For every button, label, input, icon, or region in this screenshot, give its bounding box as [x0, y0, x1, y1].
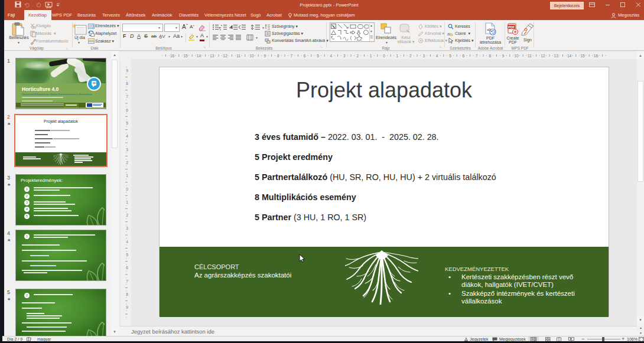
- svg-text:15: 15: [580, 54, 585, 58]
- svg-text:2: 2: [356, 54, 359, 58]
- svg-text:15: 15: [183, 54, 188, 58]
- svg-text:b: b: [450, 32, 453, 37]
- svg-text:5: 5: [317, 54, 319, 58]
- svg-text:7: 7: [126, 279, 128, 283]
- svg-text:12: 12: [223, 54, 228, 58]
- svg-text:14: 14: [567, 54, 572, 58]
- svg-text:4: 4: [126, 240, 128, 244]
- svg-text:4: 4: [330, 54, 333, 58]
- svg-text:3: 3: [343, 54, 346, 58]
- svg-text:3: 3: [126, 148, 128, 152]
- svg-text:5: 5: [449, 54, 451, 58]
- svg-text:13: 13: [210, 54, 214, 58]
- svg-text:6: 6: [463, 54, 465, 58]
- svg-text:9: 9: [264, 54, 266, 58]
- svg-text:16: 16: [170, 54, 175, 58]
- svg-text:11: 11: [236, 54, 240, 58]
- svg-text:PDF: PDF: [508, 25, 515, 29]
- svg-text:4: 4: [436, 54, 438, 58]
- svg-text:6: 6: [126, 108, 128, 112]
- svg-text:2: 2: [126, 161, 128, 165]
- svg-text:0: 0: [383, 54, 385, 58]
- svg-text:7: 7: [476, 54, 478, 58]
- svg-text:14: 14: [197, 54, 201, 58]
- svg-text:9: 9: [126, 68, 128, 73]
- svg-text:9: 9: [502, 54, 505, 58]
- svg-text:10: 10: [514, 54, 519, 58]
- svg-text:12: 12: [541, 54, 545, 58]
- svg-text:2: 2: [409, 54, 412, 58]
- svg-text:1: 1: [126, 200, 128, 204]
- svg-text:7: 7: [126, 94, 128, 99]
- svg-text:6: 6: [304, 54, 306, 58]
- svg-text:0: 0: [126, 187, 128, 191]
- svg-text:5: 5: [126, 121, 128, 125]
- svg-text:16: 16: [594, 54, 599, 58]
- svg-text:1: 1: [370, 54, 372, 58]
- svg-text:1: 1: [126, 174, 128, 178]
- svg-text:8: 8: [277, 54, 279, 58]
- svg-text:5: 5: [126, 253, 128, 257]
- svg-text:10: 10: [249, 54, 254, 58]
- svg-text:8: 8: [126, 292, 128, 296]
- svg-text:1: 1: [396, 54, 399, 58]
- svg-text:3: 3: [422, 54, 425, 58]
- svg-text:9: 9: [126, 305, 128, 309]
- svg-text:7: 7: [290, 54, 292, 58]
- svg-text:6: 6: [126, 266, 128, 270]
- svg-text:8: 8: [489, 54, 491, 58]
- svg-text:4: 4: [126, 134, 128, 138]
- svg-text:8: 8: [126, 81, 128, 86]
- svg-text:3: 3: [126, 226, 128, 230]
- svg-text:2: 2: [126, 213, 128, 217]
- svg-text:11: 11: [528, 54, 532, 58]
- svg-text:13: 13: [554, 54, 559, 58]
